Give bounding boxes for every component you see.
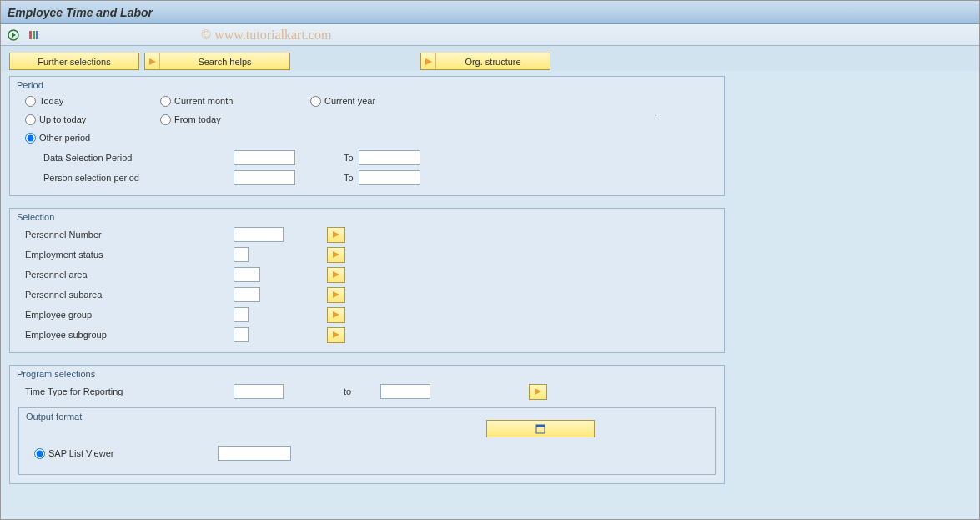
output-format-group: Output format SAP List Viewer xyxy=(18,407,716,475)
button-label: Search helps xyxy=(160,57,289,67)
svg-marker-10 xyxy=(333,291,339,298)
group-title: Output format xyxy=(24,410,83,427)
person-selection-from-input[interactable] xyxy=(234,170,295,185)
svg-marker-12 xyxy=(333,331,339,338)
further-selections-button[interactable]: Further selections xyxy=(9,53,139,70)
radio-up-to-today[interactable]: Up to today xyxy=(18,114,160,125)
sap-list-viewer-input[interactable] xyxy=(218,446,291,461)
button-label: Further selections xyxy=(38,57,110,67)
radio-current-month[interactable]: Current month xyxy=(160,96,310,107)
radio-today[interactable]: Today xyxy=(18,96,160,107)
search-helps-button[interactable]: Search helps xyxy=(144,53,290,70)
employee-subgroup-label: Employee subgroup xyxy=(18,330,234,340)
button-label: Org. structure xyxy=(436,57,550,67)
to-label: To xyxy=(295,153,359,163)
svg-marker-13 xyxy=(535,388,541,395)
radio-current-year[interactable]: Current year xyxy=(310,96,375,107)
selection-group: Selection Personnel Number Employment st… xyxy=(9,208,725,353)
layout-button[interactable] xyxy=(486,420,595,437)
svg-rect-15 xyxy=(536,425,545,427)
group-title: Selection xyxy=(15,210,56,227)
svg-marker-6 xyxy=(425,58,432,65)
sap-list-viewer-label: SAP List Viewer xyxy=(48,448,113,458)
time-type-from-input[interactable] xyxy=(234,384,284,399)
person-selection-period-label: Person selection period xyxy=(18,173,234,183)
program-selections-group: Program selections Time Type for Reporti… xyxy=(9,365,725,484)
time-type-multiselect-button[interactable] xyxy=(529,384,547,400)
employee-subgroup-input[interactable] xyxy=(234,327,249,342)
variant-icon[interactable] xyxy=(26,28,41,43)
svg-marker-9 xyxy=(333,271,339,278)
main-area: Further selections Search helps Org. str… xyxy=(1,46,979,519)
employment-status-multiselect-button[interactable] xyxy=(327,247,345,263)
time-type-to-input[interactable] xyxy=(380,384,430,399)
radio-other-period[interactable]: Other period xyxy=(18,133,160,144)
data-selection-from-input[interactable] xyxy=(234,150,295,165)
svg-marker-5 xyxy=(149,58,156,65)
svg-rect-2 xyxy=(29,31,32,39)
personnel-subarea-label: Personnel subarea xyxy=(18,290,234,300)
decorative-dot: . xyxy=(655,107,657,119)
group-title: Period xyxy=(15,78,45,95)
radio-from-today[interactable]: From today xyxy=(160,114,310,125)
svg-marker-7 xyxy=(333,231,339,238)
watermark-text: © www.tutorialkart.com xyxy=(201,28,331,43)
arrow-right-icon xyxy=(145,53,160,69)
title-bar: Employee Time and Labor xyxy=(1,1,979,24)
employee-group-label: Employee group xyxy=(18,310,234,320)
personnel-number-input[interactable] xyxy=(234,227,284,242)
period-group: Period . Today Current month Current yea… xyxy=(9,76,725,196)
personnel-area-input[interactable] xyxy=(234,267,260,282)
personnel-number-label: Personnel Number xyxy=(18,230,234,240)
radio-sap-list-viewer[interactable]: SAP List Viewer xyxy=(34,448,218,459)
time-type-label: Time Type for Reporting xyxy=(18,386,234,396)
arrow-right-icon xyxy=(421,53,436,69)
page-title: Employee Time and Labor xyxy=(8,6,153,19)
personnel-area-label: Personnel area xyxy=(18,270,234,280)
personnel-number-multiselect-button[interactable] xyxy=(327,227,345,243)
svg-rect-4 xyxy=(36,31,38,39)
layout-icon xyxy=(535,423,546,435)
to-label: To xyxy=(295,173,359,183)
group-title: Program selections xyxy=(15,367,97,384)
employment-status-label: Employment status xyxy=(18,250,234,260)
employment-status-input[interactable] xyxy=(234,247,249,262)
data-selection-to-input[interactable] xyxy=(359,150,420,165)
svg-rect-3 xyxy=(33,31,35,39)
svg-marker-1 xyxy=(12,33,16,38)
person-selection-to-input[interactable] xyxy=(359,170,420,185)
action-button-bar: Further selections Search helps Org. str… xyxy=(9,53,971,71)
to-label: to xyxy=(284,386,380,396)
org-structure-button[interactable]: Org. structure xyxy=(420,53,550,70)
svg-marker-8 xyxy=(333,251,339,258)
employee-group-input[interactable] xyxy=(234,307,249,322)
personnel-subarea-input[interactable] xyxy=(234,287,260,302)
app-toolbar: © www.tutorialkart.com xyxy=(1,24,979,46)
personnel-subarea-multiselect-button[interactable] xyxy=(327,287,345,303)
data-selection-period-label: Data Selection Period xyxy=(18,153,234,163)
execute-icon[interactable] xyxy=(6,28,21,43)
employee-group-multiselect-button[interactable] xyxy=(327,307,345,323)
employee-subgroup-multiselect-button[interactable] xyxy=(327,327,345,343)
svg-marker-11 xyxy=(333,311,339,318)
personnel-area-multiselect-button[interactable] xyxy=(327,267,345,283)
